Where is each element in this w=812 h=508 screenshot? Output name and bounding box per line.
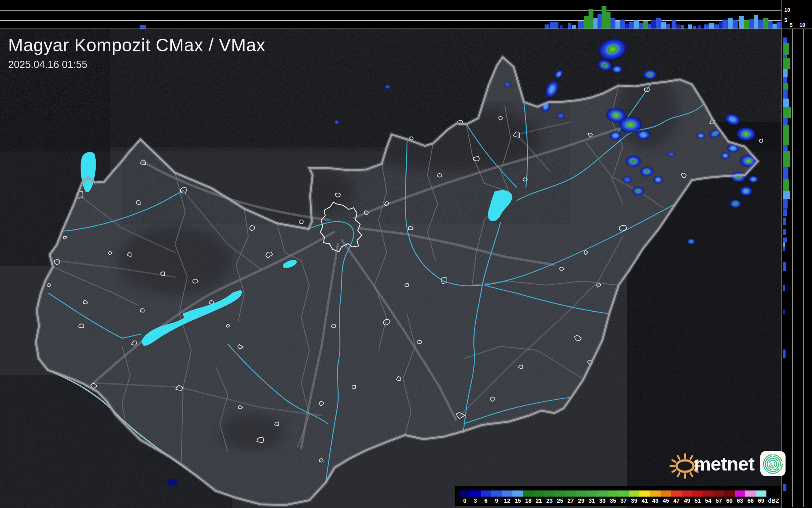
vmax-echo-bar <box>783 83 788 90</box>
top-axis-label-10: 10 <box>784 7 790 13</box>
vmax-echo-bar <box>749 19 754 29</box>
legend-tick-label: 39 <box>631 497 637 504</box>
vmax-echo-bar <box>722 20 728 29</box>
vmax-echo-bar <box>661 22 666 29</box>
legend-tick-label: 47 <box>673 497 680 504</box>
right-axis-label-10: 10 <box>799 22 805 28</box>
legend-tick-label: 33 <box>599 497 606 504</box>
vmax-echo-bar <box>593 18 598 29</box>
legend-swatch-69 <box>756 490 766 497</box>
dbz-legend: dBZ 036912151821232527293133353739414345… <box>455 486 781 506</box>
legend-tick-label: 57 <box>716 497 722 504</box>
vmax-echo-bar <box>783 37 787 43</box>
vmax-echo-bar <box>783 99 789 107</box>
vmax-echo-bar <box>629 22 634 29</box>
radar-composite-app: 10 5 5 10 Magyar Kompozit CMax / VMax 20… <box>0 0 812 508</box>
vmax-echo-bar <box>709 23 714 29</box>
legend-swatch-21 <box>534 490 544 497</box>
legend-tick-label: 0 <box>463 497 466 504</box>
legend-tick-label: 63 <box>737 497 743 504</box>
radar-echo-cell <box>654 176 663 183</box>
vmax-echo-bar <box>681 25 684 29</box>
vmax-echo-bar <box>783 310 785 314</box>
legend-colorbar <box>460 490 766 497</box>
vmax-echo-bar <box>719 22 722 29</box>
vmax-right-echoes <box>783 37 791 491</box>
legend-swatch-15 <box>512 490 523 497</box>
radar-echo-cell <box>730 200 741 208</box>
top-axis-label-5: 5 <box>784 18 787 23</box>
legend-swatch-49 <box>682 490 692 497</box>
legend-swatch-66 <box>745 490 756 497</box>
vmax-echo-bar <box>783 125 789 145</box>
legend-tick-label: 15 <box>514 497 521 504</box>
vmax-echo-bar <box>783 107 791 118</box>
legend-tick-label: 49 <box>684 497 690 504</box>
legend-tick-label: 12 <box>504 497 510 504</box>
radar-echo-cell <box>697 133 705 139</box>
vmax-echo-bar <box>676 24 680 29</box>
vmax-echo-bar <box>714 24 719 29</box>
vmax-echo-bar <box>783 285 785 291</box>
legend-swatch-33 <box>597 490 608 497</box>
legend-swatch-0 <box>460 490 470 497</box>
legend-swatch-31 <box>587 490 597 497</box>
legend-tick-label: 18 <box>525 497 532 504</box>
vmax-echo-bar <box>783 218 786 225</box>
vmax-echo-bar <box>672 20 676 29</box>
legend-tick-label: 6 <box>484 497 488 504</box>
vmax-echo-bar <box>656 18 661 29</box>
vmax-top-echoes <box>140 6 781 29</box>
radar-echo-cell <box>612 66 622 73</box>
vmax-echo-bar <box>578 21 584 29</box>
legend-tick-label: 37 <box>620 497 627 504</box>
vmax-echo-bar <box>783 145 788 151</box>
legend-swatch-6 <box>481 490 491 497</box>
metnet-logo: metnet <box>670 446 786 481</box>
radar-echo-cell <box>557 113 565 119</box>
vmax-echo-bar <box>643 21 648 29</box>
vmax-echo-bar <box>602 6 606 29</box>
logo-wordmark: metnet <box>694 453 754 475</box>
vmax-echo-bar <box>783 350 786 358</box>
radar-echo-cell <box>740 187 752 196</box>
radar-echo-cell <box>623 176 632 183</box>
vmax-echo-bar <box>783 209 787 216</box>
vmax-echo-bar <box>651 20 656 29</box>
radar-echo-cell <box>640 167 653 176</box>
vmax-echo-bar <box>572 25 576 29</box>
legend-tick-label: 51 <box>694 497 701 504</box>
legend-tick-label: 43 <box>652 497 659 504</box>
vmax-echo-bar <box>777 22 781 29</box>
radar-echo-cell <box>610 132 621 140</box>
radar-echo-cell <box>643 70 657 79</box>
vmax-echo-bar <box>639 23 643 29</box>
vmax-echo-bar <box>783 262 786 271</box>
vmax-echo-bar <box>545 24 549 29</box>
legend-tick-label: 9 <box>495 497 498 504</box>
legend-tick-label: 35 <box>610 497 616 504</box>
vmax-echo-bar <box>666 24 670 29</box>
radar-echo-cell <box>737 128 755 141</box>
legend-tick-label: 41 <box>641 497 648 504</box>
hungary-radar-map <box>0 0 812 508</box>
page-title: Magyar Kompozit CMax / VMax <box>8 35 265 55</box>
legend-tick-label: 23 <box>546 497 553 504</box>
vmax-echo-bar <box>728 18 733 29</box>
vmax-echo-bar <box>698 25 701 29</box>
radar-echo-cell <box>505 82 510 87</box>
legend-swatch-41 <box>639 490 650 497</box>
legend-tick-label: 29 <box>578 497 584 504</box>
legend-swatch-29 <box>576 490 587 497</box>
vmax-echo-bar <box>693 26 696 29</box>
vmax-echo-bar <box>783 242 785 247</box>
legend-swatch-35 <box>608 490 618 497</box>
legend-tick-label: 69 <box>758 497 764 504</box>
legend-tick-label: 21 <box>536 497 542 504</box>
vmax-echo-bar <box>763 18 768 29</box>
legend-tick-label: 25 <box>557 497 563 504</box>
legend-swatch-60 <box>724 490 735 497</box>
legend-swatch-9 <box>491 490 502 497</box>
legend-swatch-45 <box>661 490 671 497</box>
vmax-top-plot <box>0 0 781 29</box>
